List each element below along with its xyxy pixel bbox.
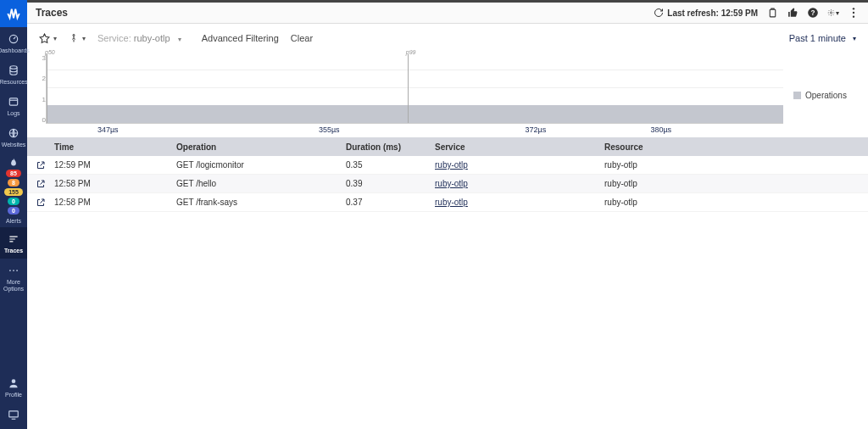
cell-operation: GET /logicmonitor — [176, 160, 346, 170]
svg-text:?: ? — [811, 9, 815, 17]
svg-point-1 — [10, 66, 17, 70]
service-filter[interactable]: Service: ruby-otlp ▾ — [97, 33, 181, 43]
cell-service: ruby-otlp — [435, 160, 604, 170]
svg-point-16 — [73, 35, 75, 36]
main-content: Traces Last refresh: 12:59 PM ? ▾ ▾ ▾ Se… — [27, 0, 868, 429]
chart-plot[interactable]: p50 p99 — [46, 54, 783, 124]
svg-point-13 — [853, 8, 854, 9]
time-range-dropdown[interactable]: Past 1 minute▾ — [789, 33, 856, 43]
col-operation[interactable]: Operation — [176, 142, 346, 152]
cell-time: 12:58 PM — [54, 198, 176, 207]
cell-time: 12:59 PM — [54, 160, 176, 170]
sidebar-label: More Options — [0, 279, 27, 292]
p50-line — [47, 54, 47, 123]
open-trace-icon[interactable] — [27, 198, 54, 208]
open-trace-icon[interactable] — [27, 179, 54, 189]
sidebar-label: Logs — [7, 110, 19, 116]
service-link[interactable]: ruby-otlp — [435, 198, 468, 207]
dashboard-icon — [8, 33, 19, 45]
gear-icon[interactable]: ▾ — [827, 7, 839, 19]
topbar: Traces Last refresh: 12:59 PM ? ▾ — [27, 0, 868, 24]
svg-rect-9 — [770, 9, 776, 17]
col-duration[interactable]: Duration (ms) — [346, 142, 435, 152]
cell-resource: ruby-otlp — [604, 160, 868, 170]
help-icon[interactable]: ? — [807, 7, 819, 19]
fire-icon — [8, 157, 19, 169]
svg-point-14 — [853, 12, 854, 14]
chart-y-axis: 3 2 1 0 — [34, 54, 46, 124]
sidebar-item-profile[interactable]: Profile — [0, 371, 27, 403]
sidebar-item-resources[interactable]: Resources — [0, 58, 27, 90]
cell-resource: ruby-otlp — [604, 179, 868, 188]
svg-point-7 — [12, 379, 16, 383]
alert-badge-warn: 155 — [4, 188, 23, 196]
sidebar-label: Websites — [2, 142, 26, 148]
sidebar-item-alerts[interactable]: 85 8 155 0 0 Alerts — [0, 153, 27, 227]
cell-time: 12:58 PM — [54, 179, 176, 188]
logs-icon — [8, 96, 19, 108]
cell-duration: 0.35 — [346, 160, 435, 170]
p99-line — [408, 54, 409, 123]
globe-icon — [8, 127, 19, 139]
table-body: 12:59 PMGET /logicmonitor0.35ruby-otlpru… — [27, 156, 868, 212]
sidebar-label: Traces — [4, 248, 23, 254]
svg-point-6 — [16, 270, 18, 271]
legend-label: Operations — [805, 91, 847, 100]
table-row[interactable]: 12:58 PMGET /hello0.39ruby-otlpruby-otlp — [27, 175, 868, 193]
alert-badge-ok: 0 — [8, 198, 19, 205]
svg-rect-2 — [9, 98, 17, 105]
svg-rect-8 — [9, 411, 19, 417]
clear-button[interactable]: Clear — [291, 33, 313, 43]
monitor-icon — [8, 409, 19, 421]
cell-operation: GET /frank-says — [176, 198, 346, 207]
clipboard-icon[interactable] — [766, 7, 778, 19]
chart-x-axis: 347µs 355µs 372µs 380µs — [46, 125, 783, 137]
cell-operation: GET /hello — [176, 179, 346, 188]
table-header: Time Operation Duration (ms) Service Res… — [27, 137, 868, 156]
cell-resource: ruby-otlp — [604, 198, 868, 207]
col-service[interactable]: Service — [435, 142, 604, 152]
kebab-icon[interactable] — [848, 7, 860, 19]
latency-histogram: 3 2 1 0 p50 p99 347µs 355µs 372µs 380µs — [27, 53, 868, 137]
sidebar-item-more[interactable]: More Options — [0, 259, 27, 297]
advanced-filter-button[interactable]: Advanced Filtering — [202, 33, 279, 43]
thumb-icon[interactable] — [787, 7, 798, 19]
service-link[interactable]: ruby-otlp — [435, 179, 468, 188]
sidebar-item-logs[interactable]: Logs — [0, 90, 27, 121]
star-dropdown[interactable]: ▾ — [39, 33, 57, 44]
table-row[interactable]: 12:58 PMGET /frank-says0.37ruby-otlpruby… — [27, 193, 868, 212]
col-resource[interactable]: Resource — [604, 142, 868, 152]
user-icon — [8, 377, 19, 389]
sidebar-item-traces[interactable]: Traces — [0, 227, 27, 259]
refresh-button[interactable]: Last refresh: 12:59 PM — [654, 8, 758, 18]
filter-toolbar: ▾ ▾ Service: ruby-otlp ▾ Advanced Filter… — [27, 24, 868, 53]
cell-duration: 0.37 — [346, 198, 435, 207]
svg-point-4 — [9, 270, 11, 271]
svg-point-12 — [830, 12, 832, 14]
svg-point-5 — [13, 270, 14, 271]
filter-dropdown[interactable]: ▾ — [69, 33, 86, 43]
sidebar-label: Dashboards — [0, 47, 30, 53]
sidebar-item-dashboards[interactable]: Dashboards — [0, 27, 27, 58]
resources-icon — [8, 64, 19, 76]
open-trace-icon[interactable] — [27, 160, 54, 170]
sidebar-label: Profile — [5, 392, 22, 398]
service-link[interactable]: ruby-otlp — [435, 160, 468, 170]
brand-logo[interactable] — [0, 0, 27, 27]
cell-service: ruby-otlp — [435, 198, 604, 207]
table-row[interactable]: 12:59 PMGET /logicmonitor0.35ruby-otlpru… — [27, 156, 868, 175]
page-title: Traces — [36, 7, 68, 19]
alert-badge-error: 8 — [8, 179, 19, 187]
more-icon — [8, 265, 19, 276]
col-time[interactable]: Time — [54, 142, 176, 152]
sidebar-item-fullscreen[interactable] — [0, 403, 27, 429]
alert-badge-critical: 85 — [6, 170, 21, 177]
sidebar-item-websites[interactable]: Websites — [0, 121, 27, 153]
refresh-label: Last refresh: — [667, 8, 719, 18]
chart-legend: Operations — [783, 53, 860, 137]
sidebar-label: Resources — [0, 79, 28, 85]
cell-service: ruby-otlp — [435, 179, 604, 188]
sidebar: Dashboards Resources Logs Websites 85 8 … — [0, 0, 27, 429]
cell-duration: 0.39 — [346, 179, 435, 188]
sidebar-label: Alerts — [6, 218, 21, 224]
